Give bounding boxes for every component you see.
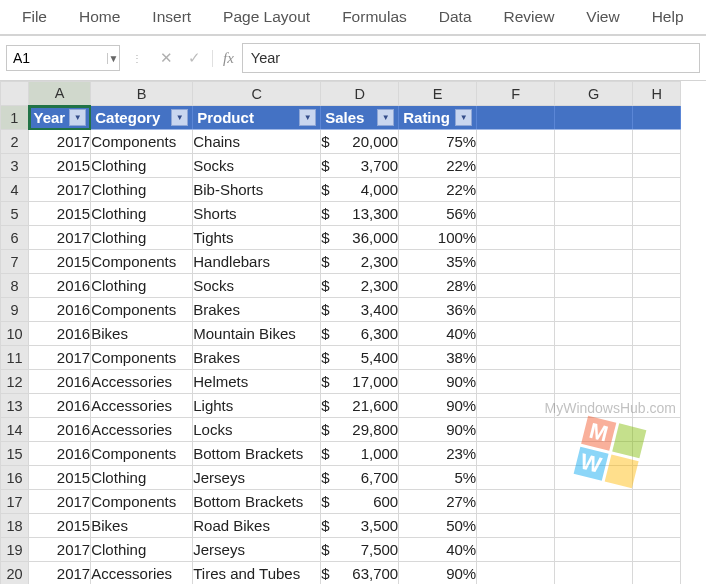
cell-product[interactable]: Locks	[193, 418, 321, 442]
column-header-B[interactable]: B	[91, 82, 193, 106]
empty-cell[interactable]	[477, 394, 555, 418]
empty-cell[interactable]	[477, 274, 555, 298]
empty-cell[interactable]	[477, 202, 555, 226]
empty-cell[interactable]	[555, 490, 633, 514]
table-header-product[interactable]: Product▼	[193, 106, 321, 130]
empty-cell[interactable]	[633, 466, 681, 490]
cell-sales[interactable]: $600	[321, 490, 399, 514]
cell-year[interactable]: 2015	[29, 466, 91, 490]
row-header-15[interactable]: 15	[1, 442, 29, 466]
cell-product[interactable]: Road Bikes	[193, 514, 321, 538]
column-header-F[interactable]: F	[477, 82, 555, 106]
cell-sales[interactable]: $29,800	[321, 418, 399, 442]
cell-category[interactable]: Components	[91, 250, 193, 274]
row-header-5[interactable]: 5	[1, 202, 29, 226]
cell-category[interactable]: Clothing	[91, 538, 193, 562]
cell-year[interactable]: 2017	[29, 346, 91, 370]
cell-product[interactable]: Brakes	[193, 298, 321, 322]
empty-cell[interactable]	[633, 274, 681, 298]
cell-sales[interactable]: $5,400	[321, 346, 399, 370]
row-header-6[interactable]: 6	[1, 226, 29, 250]
cell-rating[interactable]: 100%	[399, 226, 477, 250]
cell-product[interactable]: Jerseys	[193, 538, 321, 562]
row-header-14[interactable]: 14	[1, 418, 29, 442]
ribbon-tab-view[interactable]: View	[570, 2, 635, 32]
cell-year[interactable]: 2015	[29, 202, 91, 226]
ribbon-tab-data[interactable]: Data	[423, 2, 488, 32]
empty-cell[interactable]	[555, 202, 633, 226]
cell-category[interactable]: Components	[91, 442, 193, 466]
name-box[interactable]	[7, 48, 107, 68]
cell-sales[interactable]: $3,700	[321, 154, 399, 178]
cell-rating[interactable]: 23%	[399, 442, 477, 466]
cell-category[interactable]: Clothing	[91, 178, 193, 202]
cell-rating[interactable]: 90%	[399, 418, 477, 442]
cell-category[interactable]: Components	[91, 130, 193, 154]
table-header-rating[interactable]: Rating▼	[399, 106, 477, 130]
row-header-16[interactable]: 16	[1, 466, 29, 490]
cell-sales[interactable]: $7,500	[321, 538, 399, 562]
cell-category[interactable]: Components	[91, 298, 193, 322]
empty-cell[interactable]	[633, 538, 681, 562]
cell-year[interactable]: 2016	[29, 298, 91, 322]
formula-input[interactable]	[242, 43, 700, 73]
cell-rating[interactable]: 22%	[399, 178, 477, 202]
empty-cell[interactable]	[477, 154, 555, 178]
cell-product[interactable]: Mountain Bikes	[193, 322, 321, 346]
empty-cell[interactable]	[477, 370, 555, 394]
row-header-9[interactable]: 9	[1, 298, 29, 322]
empty-cell[interactable]	[555, 322, 633, 346]
empty-cell[interactable]	[477, 298, 555, 322]
row-header-12[interactable]: 12	[1, 370, 29, 394]
cell-product[interactable]: Brakes	[193, 346, 321, 370]
cell-product[interactable]: Socks	[193, 154, 321, 178]
empty-cell[interactable]	[477, 322, 555, 346]
row-header-11[interactable]: 11	[1, 346, 29, 370]
cell-category[interactable]: Clothing	[91, 202, 193, 226]
cell-rating[interactable]: 28%	[399, 274, 477, 298]
row-header-17[interactable]: 17	[1, 490, 29, 514]
cell-category[interactable]: Clothing	[91, 466, 193, 490]
empty-cell[interactable]	[633, 250, 681, 274]
empty-cell[interactable]	[477, 538, 555, 562]
cell-sales[interactable]: $3,400	[321, 298, 399, 322]
empty-cell[interactable]	[555, 562, 633, 585]
cell-category[interactable]: Accessories	[91, 562, 193, 585]
empty-cell[interactable]	[633, 106, 681, 130]
cell-category[interactable]: Bikes	[91, 322, 193, 346]
cell-year[interactable]: 2017	[29, 130, 91, 154]
empty-cell[interactable]	[555, 442, 633, 466]
cell-category[interactable]: Clothing	[91, 154, 193, 178]
empty-cell[interactable]	[477, 562, 555, 585]
cell-product[interactable]: Bottom Brackets	[193, 442, 321, 466]
empty-cell[interactable]	[633, 178, 681, 202]
empty-cell[interactable]	[633, 562, 681, 585]
row-header-20[interactable]: 20	[1, 562, 29, 585]
empty-cell[interactable]	[477, 250, 555, 274]
empty-cell[interactable]	[555, 466, 633, 490]
cell-year[interactable]: 2017	[29, 490, 91, 514]
cell-sales[interactable]: $2,300	[321, 250, 399, 274]
cell-category[interactable]: Components	[91, 346, 193, 370]
empty-cell[interactable]	[633, 322, 681, 346]
cell-rating[interactable]: 27%	[399, 490, 477, 514]
empty-cell[interactable]	[633, 394, 681, 418]
cell-rating[interactable]: 40%	[399, 538, 477, 562]
table-header-year[interactable]: Year▼	[29, 106, 91, 130]
cell-rating[interactable]: 35%	[399, 250, 477, 274]
cell-rating[interactable]: 36%	[399, 298, 477, 322]
column-header-H[interactable]: H	[633, 82, 681, 106]
column-header-C[interactable]: C	[193, 82, 321, 106]
cell-sales[interactable]: $6,300	[321, 322, 399, 346]
empty-cell[interactable]	[555, 226, 633, 250]
cell-category[interactable]: Bikes	[91, 514, 193, 538]
ribbon-tab-formulas[interactable]: Formulas	[326, 2, 423, 32]
table-header-category[interactable]: Category▼	[91, 106, 193, 130]
cell-product[interactable]: Bottom Brackets	[193, 490, 321, 514]
expand-formula-icon[interactable]: ⋮	[128, 53, 148, 64]
row-header-8[interactable]: 8	[1, 274, 29, 298]
cell-product[interactable]: Socks	[193, 274, 321, 298]
cell-product[interactable]: Tights	[193, 226, 321, 250]
cell-category[interactable]: Components	[91, 490, 193, 514]
cell-sales[interactable]: $21,600	[321, 394, 399, 418]
